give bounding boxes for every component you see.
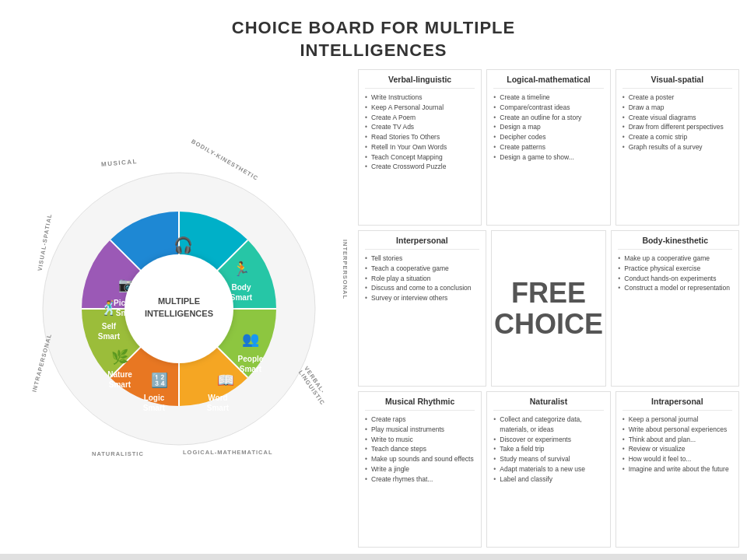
list-item: Label and classify bbox=[493, 474, 603, 485]
svg-text:📖: 📖 bbox=[217, 372, 235, 389]
list-item: Keep A Personal Journal bbox=[365, 103, 475, 113]
list-item: Create a poster bbox=[622, 93, 732, 103]
svg-text:🔢: 🔢 bbox=[151, 372, 169, 389]
header: CHOICE BOARD FOR MULTIPLE INTELLIGENCES bbox=[0, 0, 747, 69]
list-item: Write about personal experiences bbox=[622, 425, 732, 435]
slide: CHOICE BOARD FOR MULTIPLE INTELLIGENCES bbox=[0, 0, 747, 560]
svg-text:People: People bbox=[238, 355, 264, 363]
list-item: How would it feel to... bbox=[622, 454, 732, 464]
wheel-svg: 🎧 Music Smart 🏃 Body Smart 👥 People Smar… bbox=[39, 169, 319, 449]
svg-text:Smart: Smart bbox=[98, 332, 121, 341]
svg-text:Body: Body bbox=[232, 283, 251, 292]
list-item: Create a timeline bbox=[493, 93, 603, 103]
list-item: Teach dance steps bbox=[365, 444, 475, 454]
svg-text:Smart: Smart bbox=[240, 365, 262, 373]
cell-body-kinesthetic: Body-kinesthetic Make up a cooperative g… bbox=[611, 230, 739, 387]
list-item: Draw from different perspectives bbox=[622, 122, 732, 132]
list-item: Decipher codes bbox=[493, 132, 603, 142]
list-item: Write to music bbox=[365, 435, 475, 445]
grid-row-1: Verbal-linguistic Write Instructions Kee… bbox=[358, 69, 739, 226]
bottom-bar bbox=[0, 554, 747, 560]
list-item: Study means of survival bbox=[493, 454, 603, 464]
outer-label-naturalistic: NATURALISTIC bbox=[92, 450, 144, 457]
cell-intrapersonal-header: Intrapersonal bbox=[622, 397, 732, 411]
list-item: Teach a cooperative game bbox=[365, 264, 479, 274]
list-item: Retell In Your Own Words bbox=[365, 142, 475, 152]
list-item: Imagine and write about the future bbox=[622, 464, 732, 474]
list-item: Write a jingle bbox=[365, 464, 475, 474]
list-item: Make up a cooperative game bbox=[618, 254, 732, 264]
svg-text:Self: Self bbox=[102, 322, 117, 331]
page-title: CHOICE BOARD FOR MULTIPLE INTELLIGENCES bbox=[0, 17, 747, 61]
svg-text:MULTIPLE: MULTIPLE bbox=[158, 296, 200, 306]
cell-body-list: Make up a cooperative game Practice phys… bbox=[618, 254, 732, 293]
outer-label-interpersonal: INTERPERSONAL bbox=[342, 240, 349, 299]
cell-free-choice: FREE CHOICE bbox=[491, 230, 607, 387]
cell-logical-list: Create a timeline Compare/contrast ideas… bbox=[493, 93, 603, 162]
cell-naturalist: Naturalist Collect and categorize data, … bbox=[486, 391, 610, 548]
list-item: Create raps bbox=[365, 415, 475, 425]
list-item: Make up sounds and sound effects bbox=[365, 454, 475, 464]
free-choice-text: FREE CHOICE bbox=[494, 278, 603, 339]
list-item: Write Instructions bbox=[365, 93, 475, 103]
cell-intrapersonal-list: Keep a personal journal Write about pers… bbox=[622, 415, 732, 474]
list-item: Create a comic strip bbox=[622, 132, 732, 142]
list-item: Discuss and come to a conclusion bbox=[365, 283, 479, 293]
list-item: Play musical instruments bbox=[365, 425, 475, 435]
list-item: Review or visualize bbox=[622, 444, 732, 454]
list-item: Create Crossword Puzzle bbox=[365, 162, 475, 172]
list-item: Read Stories To Others bbox=[365, 132, 475, 142]
list-item: Tell stories bbox=[365, 254, 479, 264]
svg-text:👥: 👥 bbox=[242, 331, 260, 348]
list-item: Collect and categorize data, materials, … bbox=[493, 415, 603, 435]
list-item: Survey or interview others bbox=[365, 293, 479, 303]
wheel-container: 🎧 Music Smart 🏃 Body Smart 👥 People Smar… bbox=[23, 153, 335, 464]
grid-row-2: Interpersonal Tell stories Teach a coope… bbox=[358, 230, 739, 387]
cell-body-header: Body-kinesthetic bbox=[618, 236, 732, 250]
svg-text:Smart: Smart bbox=[143, 404, 166, 412]
list-item: Design a game to show... bbox=[493, 152, 603, 163]
list-item: Adapt materials to a new use bbox=[493, 464, 603, 474]
list-item: Create visual diagrams bbox=[622, 113, 732, 123]
svg-text:Smart: Smart bbox=[207, 404, 230, 412]
list-item: Compare/contrast ideas bbox=[493, 103, 603, 113]
cell-naturalist-list: Collect and categorize data, materials, … bbox=[493, 415, 603, 484]
svg-text:🌿: 🌿 bbox=[111, 348, 129, 366]
outer-label-logical: LOGICAL-MATHEMATICAL bbox=[183, 449, 273, 456]
list-item: Keep a personal journal bbox=[622, 415, 732, 425]
cell-interpersonal-list: Tell stories Teach a cooperative game Ro… bbox=[365, 254, 479, 303]
outer-label-musical: MUSICAL bbox=[101, 158, 139, 168]
wheel-section: 🎧 Music Smart 🏃 Body Smart 👥 People Smar… bbox=[8, 69, 350, 548]
cell-verbal-header: Verbal-linguistic bbox=[365, 75, 475, 89]
cell-logical-header: Logical-mathematical bbox=[493, 75, 603, 89]
cell-verbal: Verbal-linguistic Write Instructions Kee… bbox=[358, 69, 482, 226]
cell-musical-header: Musical Rhythmic bbox=[365, 397, 475, 411]
svg-text:Smart: Smart bbox=[109, 380, 132, 389]
list-item: Create A Poem bbox=[365, 113, 475, 123]
svg-text:🎧: 🎧 bbox=[174, 236, 193, 254]
list-item: Graph results of a survey bbox=[622, 142, 732, 152]
list-item: Create an outline for a story bbox=[493, 113, 603, 123]
svg-text:Logic: Logic bbox=[144, 394, 165, 402]
list-item: Draw a map bbox=[622, 103, 732, 113]
cell-naturalist-header: Naturalist bbox=[493, 397, 603, 411]
main-content: 🎧 Music Smart 🏃 Body Smart 👥 People Smar… bbox=[0, 69, 747, 554]
cell-interpersonal-header: Interpersonal bbox=[365, 236, 479, 250]
list-item: Take a field trip bbox=[493, 444, 603, 454]
list-item: Construct a model or representation bbox=[618, 283, 732, 293]
list-item: Role play a situation bbox=[365, 274, 479, 284]
svg-text:Word: Word bbox=[208, 394, 227, 402]
list-item: Create patterns bbox=[493, 142, 603, 152]
cell-interpersonal: Interpersonal Tell stories Teach a coope… bbox=[358, 230, 486, 387]
cell-verbal-list: Write Instructions Keep A Personal Journ… bbox=[365, 93, 475, 172]
list-item: Design a map bbox=[493, 122, 603, 132]
list-item: Discover or experiments bbox=[493, 435, 603, 445]
list-item: Teach Concept Mapping bbox=[365, 152, 475, 163]
cell-intrapersonal: Intrapersonal Keep a personal journal Wr… bbox=[615, 391, 739, 548]
grid-section: Verbal-linguistic Write Instructions Kee… bbox=[358, 69, 739, 548]
cell-visual-header: Visual-spatial bbox=[622, 75, 732, 89]
cell-musical: Musical Rhythmic Create raps Play musica… bbox=[358, 391, 482, 548]
svg-text:Smart: Smart bbox=[230, 293, 253, 302]
cell-visual-list: Create a poster Draw a map Create visual… bbox=[622, 93, 732, 152]
svg-text:🏃: 🏃 bbox=[233, 261, 251, 278]
